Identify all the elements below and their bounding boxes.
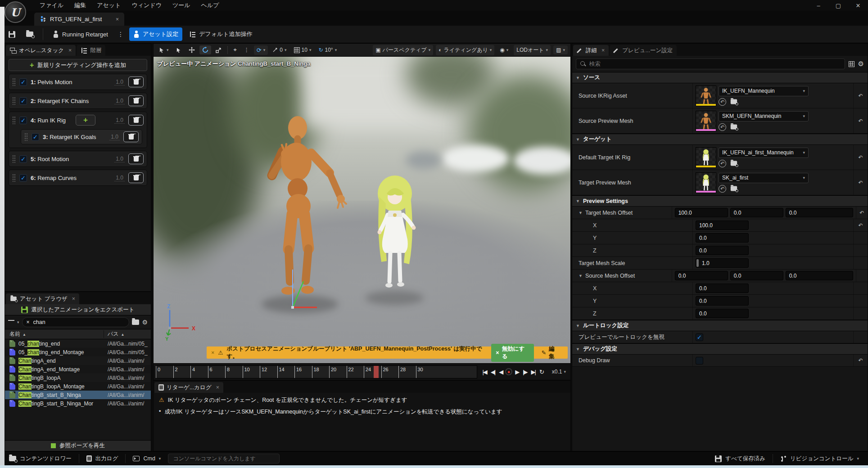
y-field[interactable]: 0.0	[696, 233, 749, 243]
viewport-options-button[interactable]: ▾	[156, 46, 172, 54]
reset-to-default-button[interactable]: ↶	[853, 170, 868, 195]
unreal-logo[interactable]: U	[5, 1, 26, 23]
delete-op-button[interactable]	[123, 131, 139, 142]
play-reverse-button[interactable]: ◀	[497, 368, 504, 376]
content-drawer-button[interactable]: コンテンツドロワー	[4, 453, 77, 465]
drag-handle-icon[interactable]	[12, 155, 16, 163]
op-checkbox[interactable]: ✓	[32, 133, 39, 141]
source-mesh-combobox[interactable]: SKM_UEFN_Mannequin▾	[719, 111, 809, 122]
running-retarget-button[interactable]: Running Retarget	[49, 28, 112, 40]
tab-asset-browser[interactable]: アセット ブラウザ ×	[6, 293, 79, 304]
tab-close-icon[interactable]: ×	[68, 47, 72, 54]
lighting-mode-button[interactable]: ◐ライティングあり▾	[436, 45, 494, 55]
retarget-options-icon[interactable]: ⋮	[115, 29, 127, 40]
save-button[interactable]	[5, 28, 19, 40]
section-debug[interactable]: ▼デバッグ設定	[572, 343, 868, 355]
asset-row[interactable]: 05_chanting_end/All/Ga...nim/05_	[5, 339, 151, 348]
lod-button[interactable]: LODオート▾	[514, 45, 551, 55]
display-options-icon[interactable]	[849, 61, 854, 67]
section-root-lock[interactable]: ▼ルートロック設定	[572, 320, 868, 331]
x-field[interactable]: 100.0	[696, 220, 749, 230]
ignore-root-lock-checkbox[interactable]: ✓	[696, 333, 703, 341]
menu-edit[interactable]: 編集	[69, 0, 91, 11]
screenshot-button[interactable]: ▨▾	[553, 45, 568, 54]
play-button[interactable]: ▶	[514, 368, 520, 376]
chevron-down-icon[interactable]: ▾	[17, 320, 19, 324]
grid-snap-button[interactable]: 10▾	[291, 45, 314, 54]
asset-row[interactable]: ChantingB_loopA_Montage/All/Ga...i/anim/	[5, 382, 151, 391]
drag-handle-icon[interactable]	[12, 116, 16, 124]
menu-asset[interactable]: アセット	[91, 0, 126, 11]
show-flags-button[interactable]: ◉▾	[497, 45, 511, 54]
timeline-ruler[interactable]: 024681012141618202224262830	[155, 365, 477, 378]
op-weight[interactable]: 1.0	[109, 134, 120, 140]
record-button[interactable]: ●	[505, 368, 512, 375]
source-mesh-thumbnail[interactable]	[696, 111, 716, 131]
step-back-button[interactable]: ◀|	[489, 368, 496, 376]
tab-rtg-uefn-ai-first[interactable]: RTG_UEFN_ai_first ×	[34, 13, 124, 26]
asset-row-selected[interactable]: ChantingB_start_B_Ninga/All/Ga...i/anim/	[5, 391, 151, 399]
source-offset-x-field[interactable]: 0.0	[675, 271, 728, 280]
target-mesh-combobox[interactable]: SK_ai_first▾	[719, 173, 809, 183]
move-tool-button[interactable]	[186, 45, 198, 54]
drag-handle-icon[interactable]	[12, 97, 16, 105]
z-field[interactable]: 0.0	[696, 246, 749, 255]
op-weight[interactable]: 1.0	[114, 98, 125, 104]
asset-row[interactable]: ChantingA_end/All/Ga...i/anim/	[5, 356, 151, 365]
tab-close-icon[interactable]: ×	[601, 47, 605, 54]
target-mesh-thumbnail[interactable]	[696, 172, 716, 193]
output-log-button[interactable]: 出力ログ	[81, 453, 124, 465]
skew-snap-button[interactable]: 0▾	[270, 45, 289, 54]
delete-op-button[interactable]	[128, 76, 144, 87]
tab-close-icon[interactable]: ×	[116, 16, 119, 22]
edit-postprocess-button[interactable]: ✎編集	[538, 344, 563, 362]
delete-op-button[interactable]	[128, 115, 144, 126]
op-checkbox[interactable]: ✓	[19, 174, 27, 182]
cmd-dropdown[interactable]: Cmd ▾	[127, 453, 166, 464]
browse-to-asset-icon[interactable]	[731, 99, 737, 104]
target-offset-x-field[interactable]: 100.0	[675, 208, 728, 217]
tab-op-stack[interactable]: オペレ...スタック ×	[6, 45, 76, 56]
viewport-3d-scene[interactable]: Z X Y プレビュー中 アニメーション ChantingB_start_B_N…	[154, 57, 570, 363]
delete-op-button[interactable]	[128, 153, 144, 164]
asset-row[interactable]: 05_chanting_end_Montage/All/Ga...nim/05_	[5, 348, 151, 356]
op-weight[interactable]: 1.0	[114, 117, 125, 124]
playback-speed-button[interactable]: x0.1▾	[549, 369, 569, 375]
timeline-playhead[interactable]	[374, 366, 379, 378]
maximize-icon[interactable]: ▢	[828, 1, 848, 10]
gear-icon[interactable]: ⚙	[142, 319, 148, 326]
reset-to-default-button[interactable]: ↶	[853, 219, 868, 231]
op-row-run-ik-rig[interactable]: ✓ 4: Run IK Rig + 1.0	[9, 112, 147, 128]
menu-window[interactable]: ウィンドウ	[126, 0, 167, 11]
source-ikrig-thumbnail[interactable]	[696, 86, 716, 106]
browse-to-asset-icon[interactable]	[731, 125, 737, 130]
drag-handle-icon[interactable]	[12, 174, 16, 182]
column-name[interactable]: 名前▲	[5, 330, 104, 338]
section-target[interactable]: ▼ターゲット	[572, 134, 868, 145]
section-source[interactable]: ▼ソース	[572, 72, 868, 83]
asset-search-input[interactable]: ×	[22, 317, 130, 327]
browse-to-asset-icon[interactable]	[731, 161, 737, 166]
target-offset-y-field[interactable]: 0.0	[730, 208, 783, 217]
tab-preview-scene-settings[interactable]: プレビュ...ーン設定	[610, 45, 677, 56]
source-offset-y-field[interactable]: 0.0	[730, 271, 783, 280]
delete-op-button[interactable]	[128, 172, 144, 183]
go-to-end-button[interactable]: ▶|	[530, 368, 537, 376]
window-close-icon[interactable]: ✕	[848, 1, 868, 10]
coordinate-space-button[interactable]: ⌖	[231, 45, 240, 55]
details-search-input[interactable]	[576, 58, 845, 69]
reset-to-default-button[interactable]: ↶	[853, 83, 868, 108]
z-field[interactable]: 0.0	[696, 309, 749, 318]
rotation-angle-snap-button[interactable]: ↻10°▾	[316, 45, 339, 54]
select-tool-button[interactable]	[173, 46, 184, 54]
gear-icon[interactable]: ⚙	[858, 60, 864, 68]
reset-to-default-button[interactable]: ↶	[856, 207, 868, 219]
target-ikrig-thumbnail[interactable]	[696, 147, 716, 168]
op-weight[interactable]: 1.0	[114, 156, 125, 162]
clear-search-icon[interactable]: ×	[27, 319, 30, 325]
target-scale-field[interactable]: 1.0	[696, 258, 749, 268]
reset-to-default-button[interactable]: ↶	[853, 145, 868, 170]
use-selected-icon[interactable]: ↶	[719, 98, 726, 106]
use-selected-icon[interactable]: ↶	[719, 123, 726, 131]
drag-handle-icon[interactable]	[24, 133, 28, 141]
